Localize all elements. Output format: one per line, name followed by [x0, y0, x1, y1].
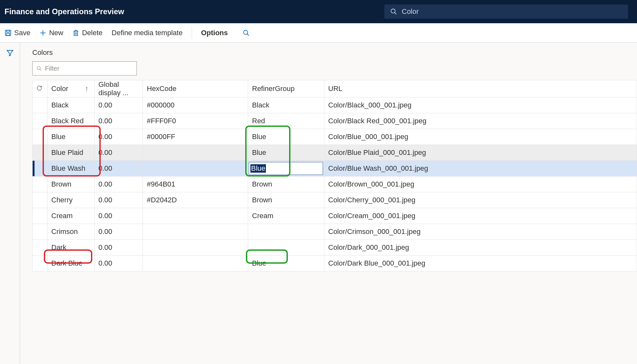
color-cell[interactable]: Blue [47, 129, 95, 145]
color-cell[interactable]: Dark Blue [47, 256, 95, 271]
row-selector-cell[interactable] [33, 256, 47, 271]
global-display-column-header[interactable]: Global display ... [95, 80, 143, 97]
refresh-icon [36, 85, 42, 91]
row-selector-cell[interactable] [33, 113, 47, 129]
table-row[interactable]: Blue Wash 0.00 Blue Color/Blue Wash_000_… [33, 161, 637, 177]
global-search-input[interactable] [402, 7, 622, 16]
row-selector-cell[interactable] [33, 224, 47, 240]
row-selector-cell[interactable] [33, 240, 47, 256]
table-row[interactable]: Black 0.00 #000000 Black Color/Black_000… [33, 97, 637, 113]
row-selector-cell[interactable] [33, 129, 47, 145]
url-cell[interactable]: Color/Black Red_000_001.jpeg [324, 113, 637, 129]
display-cell[interactable]: 0.00 [95, 192, 143, 208]
options-button[interactable]: Options [201, 29, 228, 37]
color-cell[interactable]: Black Red [47, 113, 95, 129]
display-cell[interactable]: 0.00 [95, 145, 143, 161]
refiner-cell[interactable]: Blue [248, 256, 324, 271]
table-row[interactable]: Black Red 0.00 #FFF0F0 Red Color/Black R… [33, 113, 637, 129]
display-cell[interactable]: 0.00 [95, 97, 143, 113]
refiner-cell[interactable]: Blue [248, 145, 324, 161]
new-button[interactable]: New [39, 29, 63, 37]
url-column-header[interactable]: URL [324, 80, 637, 97]
table-row[interactable]: Dark Blue 0.00 Blue Color/Dark Blue_000_… [33, 256, 637, 271]
hex-cell[interactable] [143, 256, 248, 271]
url-cell[interactable]: Color/Black_000_001.jpeg [324, 97, 637, 113]
color-column-header[interactable]: Color ↑ [47, 80, 95, 97]
color-cell[interactable]: Black [47, 97, 95, 113]
hexcode-column-header[interactable]: HexCode [143, 80, 248, 97]
color-cell[interactable]: Brown [47, 177, 95, 192]
refiner-cell[interactable]: Blue [248, 129, 324, 145]
row-selector-cell[interactable] [33, 97, 47, 113]
refiner-cell[interactable]: Brown [248, 192, 324, 208]
colors-grid: Color ↑ Global display ... HexCode Refin… [32, 80, 637, 271]
svg-rect-7 [74, 31, 78, 35]
table-row[interactable]: Cream 0.00 Cream Color/Cream_000_001.jpe… [33, 208, 637, 224]
hex-cell[interactable] [143, 145, 248, 161]
table-row[interactable]: Crimson 0.00 Color/Crimson_000_001.jpeg [33, 224, 637, 240]
color-cell[interactable]: Blue Wash [47, 161, 95, 177]
hex-cell[interactable]: #964B01 [143, 177, 248, 192]
url-cell[interactable]: Color/Brown_000_001.jpeg [324, 177, 637, 192]
display-cell[interactable]: 0.00 [95, 113, 143, 129]
url-cell[interactable]: Color/Cherry_000_001.jpeg [324, 192, 637, 208]
url-cell[interactable]: Color/Dark Blue_000_001.jpeg [324, 256, 637, 271]
hex-cell[interactable] [143, 240, 248, 256]
hex-cell[interactable] [143, 161, 248, 177]
color-cell[interactable]: Crimson [47, 224, 95, 240]
url-cell[interactable]: Color/Cream_000_001.jpeg [324, 208, 637, 224]
table-row[interactable]: Blue 0.00 #0000FF Blue Color/Blue_000_00… [33, 129, 637, 145]
command-search-button[interactable] [243, 29, 250, 36]
display-cell[interactable]: 0.00 [95, 256, 143, 271]
refresh-column-header[interactable] [33, 80, 47, 97]
global-search[interactable] [384, 5, 628, 19]
row-selector-cell[interactable] [33, 145, 47, 161]
table-row[interactable]: Cherry 0.00 #D2042D Brown Color/Cherry_0… [33, 192, 637, 208]
hex-cell[interactable]: #D2042D [143, 192, 248, 208]
display-cell[interactable]: 0.00 [95, 161, 143, 177]
grid-filter-input[interactable] [45, 65, 133, 72]
table-row[interactable]: Blue Plaid 0.00 Blue Color/Blue Plaid_00… [33, 145, 637, 161]
url-cell[interactable]: Color/Blue Wash_000_001.jpeg [324, 161, 637, 177]
refiner-cell[interactable]: Red [248, 113, 324, 129]
refiner-cell[interactable] [248, 240, 324, 256]
display-cell[interactable]: 0.00 [95, 177, 143, 192]
refiner-cell[interactable]: Cream [248, 208, 324, 224]
hex-cell[interactable] [143, 224, 248, 240]
grid-header-row: Color ↑ Global display ... HexCode Refin… [33, 80, 637, 97]
color-cell[interactable]: Blue Plaid [47, 145, 95, 161]
display-cell[interactable]: 0.00 [95, 240, 143, 256]
display-cell[interactable]: 0.00 [95, 224, 143, 240]
filter-rail [0, 43, 20, 364]
delete-button[interactable]: Delete [72, 29, 103, 37]
refiner-group-column-header[interactable]: RefinerGroup [248, 80, 324, 97]
refiner-input[interactable]: Blue [249, 162, 323, 175]
filter-rail-button[interactable] [6, 49, 14, 364]
color-cell[interactable]: Cream [47, 208, 95, 224]
refiner-cell[interactable] [248, 224, 324, 240]
url-cell[interactable]: Color/Blue Plaid_000_001.jpeg [324, 145, 637, 161]
grid-filter[interactable] [32, 61, 137, 76]
row-selector-cell[interactable] [33, 177, 47, 192]
define-template-button[interactable]: Define media template [112, 29, 183, 37]
hex-cell[interactable]: #0000FF [143, 129, 248, 145]
refiner-cell[interactable]: Brown [248, 177, 324, 192]
display-cell[interactable]: 0.00 [95, 129, 143, 145]
refiner-cell-editing[interactable]: Blue [248, 161, 324, 177]
table-row[interactable]: Brown 0.00 #964B01 Brown Color/Brown_000… [33, 177, 637, 192]
url-cell[interactable]: Color/Dark_000_001.jpeg [324, 240, 637, 256]
color-cell[interactable]: Dark [47, 240, 95, 256]
table-row[interactable]: Dark 0.00 Color/Dark_000_001.jpeg [33, 240, 637, 256]
hex-cell[interactable]: #000000 [143, 97, 248, 113]
row-selector-cell[interactable] [33, 208, 47, 224]
color-cell[interactable]: Cherry [47, 192, 95, 208]
row-selector-cell[interactable] [33, 161, 47, 177]
refiner-cell[interactable]: Black [248, 97, 324, 113]
hex-cell[interactable] [143, 208, 248, 224]
row-selector-cell[interactable] [33, 192, 47, 208]
url-cell[interactable]: Color/Blue_000_001.jpeg [324, 129, 637, 145]
hex-cell[interactable]: #FFF0F0 [143, 113, 248, 129]
save-button[interactable]: Save [5, 29, 30, 37]
display-cell[interactable]: 0.00 [95, 208, 143, 224]
url-cell[interactable]: Color/Crimson_000_001.jpeg [324, 224, 637, 240]
